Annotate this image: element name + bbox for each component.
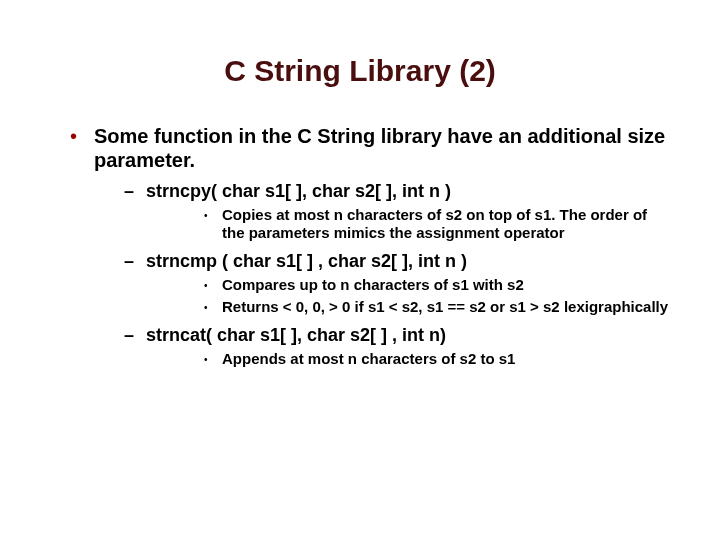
sub-item: – strncmp ( char s1[ ] , char s2[ ], int… [94,250,670,316]
slide: C String Library (2) • Some function in … [0,54,720,540]
dash-icon: – [124,180,134,202]
detail-item: • Returns < 0, 0, > 0 if s1 < s2, s1 == … [146,298,670,316]
function-signature: strncmp ( char s1[ ] , char s2[ ], int n… [146,250,670,272]
dash-icon: – [124,250,134,272]
detail-text: Appends at most n characters of s2 to s1 [222,350,670,368]
dot-icon: • [204,207,208,225]
function-signature: strncpy( char s1[ ], char s2[ ], int n ) [146,180,670,202]
dot-icon: • [204,299,208,317]
detail-text: Copies at most n characters of s2 on top… [222,206,670,242]
detail-text: Compares up to n characters of s1 with s… [222,276,670,294]
bullet-text: Some function in the C String library ha… [94,124,670,172]
slide-title: C String Library (2) [0,54,720,88]
dot-icon: • [204,277,208,295]
bullet-icon: • [70,124,77,148]
dot-icon: • [204,351,208,369]
detail-item: • Copies at most n characters of s2 on t… [146,206,670,242]
sub-item: – strncat( char s1[ ], char s2[ ] , int … [94,324,670,368]
detail-item: • Appends at most n characters of s2 to … [146,350,670,368]
slide-content: • Some function in the C String library … [0,124,720,368]
detail-item: • Compares up to n characters of s1 with… [146,276,670,294]
sub-item: – strncpy( char s1[ ], char s2[ ], int n… [94,180,670,242]
function-signature: strncat( char s1[ ], char s2[ ] , int n) [146,324,670,346]
dash-icon: – [124,324,134,346]
bullet-item: • Some function in the C String library … [64,124,670,368]
detail-text: Returns < 0, 0, > 0 if s1 < s2, s1 == s2… [222,298,670,316]
